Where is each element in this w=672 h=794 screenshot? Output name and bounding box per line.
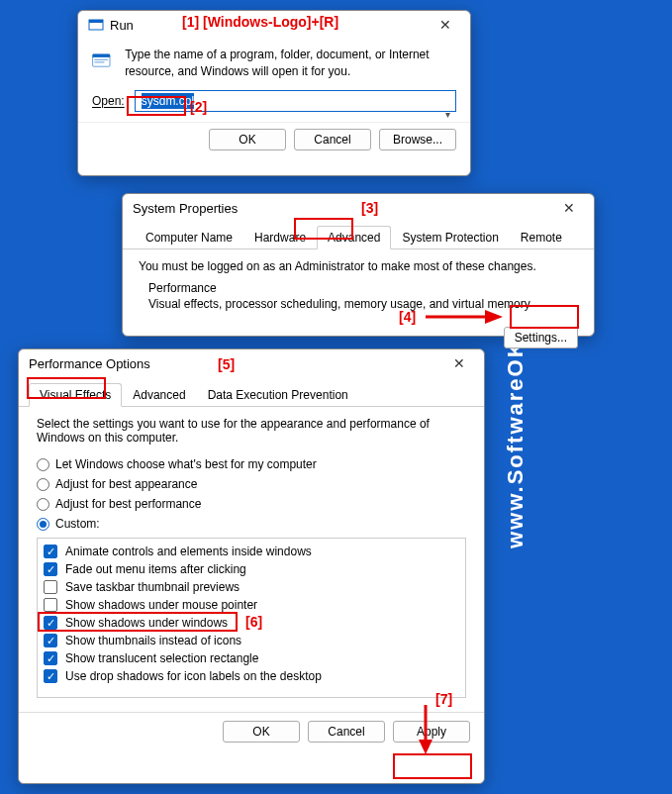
check-label: Animate controls and elements inside win… [65,545,312,558]
checkbox-icon [44,598,57,612]
sysprop-tabbar: Computer Name Hardware Advanced System P… [123,222,594,249]
checkbox-icon [44,580,57,594]
sysprop-titlebar: System Properties ✕ [123,194,594,222]
checkbox-icon [44,634,57,647]
cancel-button[interactable]: Cancel [308,721,385,743]
run-dialog: Run ✕ Type the name of a program, folder… [77,10,471,176]
performance-legend: Performance [148,281,578,295]
close-icon[interactable]: ✕ [444,355,474,371]
apply-button[interactable]: Apply [393,721,470,743]
browse-button[interactable]: Browse... [379,129,456,150]
check-label: Show shadows under mouse pointer [65,598,257,612]
check-save-taskbar[interactable]: Save taskbar thumbnail previews [44,578,459,596]
svg-rect-4 [94,59,108,60]
run-description: Type the name of a program, folder, docu… [125,47,456,80]
check-shadows-windows[interactable]: Show shadows under windows [44,614,459,632]
radio-icon [37,518,49,531]
radio-label: Adjust for best performance [55,497,201,511]
check-label: Show shadows under windows [65,616,228,630]
perfopt-intro: Select the settings you want to use for … [37,417,466,445]
tab-remote[interactable]: Remote [510,226,573,249]
tab-dep[interactable]: Data Execution Prevention [197,383,359,407]
perfopt-title: Performance Options [29,356,444,371]
run-app-icon [88,17,104,33]
radio-icon [37,498,49,511]
settings-button[interactable]: Settings... [504,327,578,348]
check-label: Fade out menu items after clicking [65,562,246,576]
checkbox-icon [44,616,57,630]
radio-icon [37,478,49,491]
checkbox-icon [44,562,57,576]
close-icon[interactable]: ✕ [431,17,460,33]
tab-computer-name[interactable]: Computer Name [135,226,243,249]
check-label: Use drop shadows for icon labels on the … [65,669,322,683]
perfopt-footer: OK Cancel Apply [19,712,484,750]
sysprop-title: System Properties [133,201,554,216]
check-thumbnails[interactable]: Show thumbnails instead of icons [44,632,459,649]
radio-let-windows[interactable]: Let Windows choose what's best for my co… [37,454,466,474]
radio-best-performance[interactable]: Adjust for best performance [37,494,466,514]
svg-rect-1 [89,20,103,23]
run-main-icon [92,47,113,74]
check-label: Save taskbar thumbnail previews [65,580,240,594]
check-label: Show translucent selection rectangle [65,651,258,665]
radio-label: Adjust for best appearance [55,477,197,491]
check-fade-menu[interactable]: Fade out menu items after clicking [44,560,459,578]
run-title: Run [110,18,431,33]
tab-advanced[interactable]: Advanced [122,383,196,407]
tab-advanced[interactable]: Advanced [317,226,391,249]
tab-visual-effects[interactable]: Visual Effects [29,383,122,407]
open-label: Open: [92,94,125,108]
radio-label: Let Windows choose what's best for my co… [55,457,317,471]
performance-options-dialog: Performance Options ✕ Visual Effects Adv… [18,348,485,784]
svg-rect-5 [94,61,104,62]
radio-custom[interactable]: Custom: [37,514,466,534]
ok-button[interactable]: OK [209,129,286,150]
performance-desc: Visual effects, processor scheduling, me… [148,297,578,317]
ok-button[interactable]: OK [223,721,300,743]
check-animate-controls[interactable]: Animate controls and elements inside win… [44,543,459,560]
system-properties-dialog: System Properties ✕ Computer Name Hardwa… [122,193,595,337]
cancel-button[interactable]: Cancel [294,129,371,150]
open-input[interactable]: sysdm.cpl [135,90,456,112]
tab-hardware[interactable]: Hardware [243,226,317,249]
tab-system-protection[interactable]: System Protection [391,226,509,249]
chevron-down-icon[interactable]: ▾ [445,109,450,120]
check-drop-shadows-icons[interactable]: Use drop shadows for icon labels on the … [44,667,459,685]
perfopt-tabbar: Visual Effects Advanced Data Execution P… [19,377,484,407]
run-footer: OK Cancel Browse... [78,122,470,160]
perfopt-titlebar: Performance Options ✕ [19,349,484,377]
radio-icon [37,458,49,471]
visual-effects-list: Animate controls and elements inside win… [37,538,466,698]
checkbox-icon [44,545,57,558]
admin-note: You must be logged on as an Administrato… [139,259,578,273]
close-icon[interactable]: ✕ [554,200,584,216]
checkbox-icon [44,669,57,683]
svg-rect-3 [93,54,110,57]
check-shadows-pointer[interactable]: Show shadows under mouse pointer [44,596,459,614]
check-translucent[interactable]: Show translucent selection rectangle [44,649,459,667]
run-titlebar: Run ✕ [78,11,470,39]
check-label: Show thumbnails instead of icons [65,634,241,647]
radio-label: Custom: [55,517,100,531]
radio-best-appearance[interactable]: Adjust for best appearance [37,474,466,494]
checkbox-icon [44,651,57,665]
